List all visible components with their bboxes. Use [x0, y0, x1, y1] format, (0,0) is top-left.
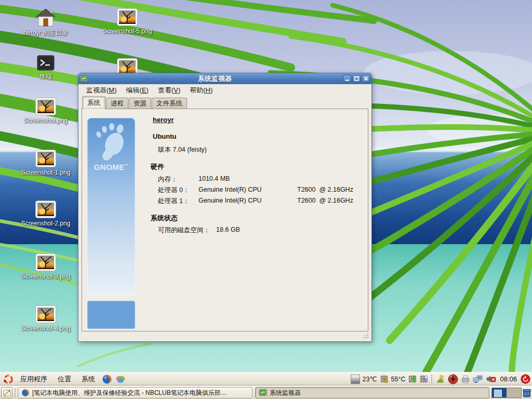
memory-value: 1010.4 MB: [198, 175, 230, 182]
cpu0-model: T2600 @ 2.16GHz: [297, 186, 353, 193]
printer-icon[interactable]: [461, 375, 470, 383]
window-menubar: 监视器(M) 编辑(E) 查看(V) 帮助(H): [79, 84, 371, 96]
icon-label: Screenshot-1.png: [21, 169, 71, 176]
task-title: 系统监视器: [270, 389, 301, 397]
resize-grip[interactable]: [362, 332, 369, 339]
system-monitor-window: 系统监视器 监视器(M) 编辑(E) 查看(V) 帮助(H) 系统 进程 资源 …: [78, 73, 372, 342]
image-thumbnail-icon: [35, 254, 56, 271]
gnome-top-panel: 应用程序 位置 系统 23℃ 55°C: [0, 372, 532, 385]
task-title: [笔记本电脑使用、维护及保修经验交流 - NBCLUB笔记本电脑俱乐部…: [32, 389, 227, 397]
system-menu[interactable]: 系统: [77, 373, 100, 385]
taskbar-handle[interactable]: [14, 388, 17, 397]
firefox-icon: [21, 389, 30, 397]
screen: heroyr 的主目录 Screenshot-5.png 终端 Screensh…: [0, 0, 532, 399]
gnome-foot-icon: [87, 120, 135, 167]
desktop-icon-home[interactable]: heroyr 的主目录: [17, 8, 74, 37]
cpu1-value: Genuine Intel(R) CPU: [198, 197, 262, 204]
icon-label: Screenshot-2.png: [21, 220, 71, 227]
window-icon: [80, 75, 88, 83]
hostname: heroyr: [153, 116, 174, 124]
tab-filesystems[interactable]: 文件系统: [152, 98, 187, 109]
taskbar-item-firefox[interactable]: [笔记本电脑使用、维护及保修经验交流 - NBCLUB笔记本电脑俱乐部…: [18, 387, 252, 398]
tray-handle[interactable]: [431, 375, 433, 384]
cpu0-label: 处理器 0：: [158, 186, 189, 195]
menu-monitor[interactable]: 监视器(M): [82, 85, 122, 96]
notebook-tabs: 系统 进程 资源 文件系统: [82, 97, 368, 109]
hardware-header: 硬件: [151, 162, 164, 171]
update-notifier-icon[interactable]: [436, 375, 445, 384]
cpu0-value: Genuine Intel(R) CPU: [198, 186, 262, 193]
system-status-header: 系统状态: [151, 214, 178, 223]
applications-menu[interactable]: 应用程序: [16, 373, 52, 385]
menu-edit[interactable]: 编辑(E): [122, 85, 153, 96]
workspace-2[interactable]: [507, 388, 521, 397]
icon-label: Screenshot-3.png: [21, 273, 71, 280]
gnome-bottom-panel: [笔记本电脑使用、维护及保修经验交流 - NBCLUB笔记本电脑俱乐部… 系统监…: [0, 385, 532, 399]
desktop-icon-screenshot[interactable]: Screenshot.png: [17, 98, 74, 124]
desktop-icon-screenshot-1[interactable]: Screenshot-1.png: [17, 150, 74, 176]
icon-label: Screenshot.png: [24, 117, 68, 124]
power-manager-icon[interactable]: [448, 374, 458, 384]
distro-release: 版本 7.04 (feisty): [158, 145, 207, 154]
system-monitor-icon: [259, 389, 267, 397]
desktop: heroyr 的主目录 Screenshot-5.png 终端 Screensh…: [0, 0, 532, 372]
menu-help[interactable]: 帮助(H): [185, 85, 217, 96]
desktop-icon-terminal[interactable]: 终端: [17, 55, 74, 81]
taskbar-item-system-monitor[interactable]: 系统监视器: [255, 387, 489, 398]
cpu-frequency-applet-icon[interactable]: [408, 375, 417, 383]
minimize-button[interactable]: [343, 75, 351, 83]
quit-power-button-icon[interactable]: [521, 374, 530, 384]
trash-applet-icon[interactable]: [522, 388, 532, 398]
distro-name: Ubuntu: [153, 132, 176, 140]
workspace-1-active[interactable]: [492, 388, 507, 397]
image-thumbnail-icon: [117, 8, 138, 26]
ambient-temperature-readout[interactable]: 23℃: [363, 375, 377, 383]
places-menu[interactable]: 位置: [53, 373, 76, 385]
image-thumbnail-icon: [35, 98, 56, 115]
memory-label: 内存：: [158, 175, 178, 184]
desktop-icon-screenshot-3[interactable]: Screenshot-3.png: [17, 254, 74, 280]
clock-applet[interactable]: 08:06: [500, 375, 517, 383]
cpu1-model: T2600 @ 2.16GHz: [297, 197, 353, 204]
network-monitor-icon[interactable]: [473, 375, 483, 384]
icon-label: 终端: [39, 72, 52, 81]
tab-resources[interactable]: 资源: [129, 98, 151, 109]
ubuntu-menu-logo-icon[interactable]: [3, 374, 14, 384]
tab-system[interactable]: 系统: [82, 96, 105, 110]
icon-label: heroyr 的主目录: [23, 29, 68, 37]
firefox-launcher-icon[interactable]: [102, 374, 112, 384]
home-icon: [35, 8, 56, 27]
system-tab-page: GNOME™ heroyr Ubuntu 版本 7.04 (feisty) 硬件…: [82, 109, 368, 331]
disk-label: 可用的磁盘空间：: [158, 226, 210, 235]
disk-value: 18.6 GB: [216, 226, 240, 233]
workspace-switcher: [491, 388, 522, 398]
cpu-thermometer-icon[interactable]: [380, 375, 389, 383]
cpu1-label: 处理器 1：: [158, 197, 189, 206]
desktop-icon-screenshot-5[interactable]: Screenshot-5.png: [99, 8, 156, 35]
tab-processes[interactable]: 进程: [106, 98, 128, 109]
window-titlebar[interactable]: 系统监视器: [78, 73, 371, 84]
icon-label: Screenshot-5.png: [103, 28, 152, 35]
icon-label: Screenshot-4.png: [21, 325, 71, 332]
volume-muted-icon[interactable]: [486, 375, 496, 383]
gnome-brand-text: GNOME™: [87, 163, 135, 171]
maximize-button[interactable]: [352, 75, 361, 83]
show-desktop-button[interactable]: [1, 387, 12, 398]
cpu-frequency-applet-2-icon[interactable]: [419, 375, 428, 383]
desktop-icon-screenshot-4[interactable]: Screenshot-4.png: [17, 305, 74, 332]
colorful-app-launcher-icon[interactable]: [115, 374, 126, 384]
image-thumbnail-icon: [35, 305, 56, 323]
close-button[interactable]: [362, 75, 370, 83]
image-thumbnail-icon: [35, 150, 56, 167]
gnome-banner: GNOME™: [87, 118, 135, 296]
banner-footer-block: [87, 301, 135, 329]
desktop-icon-screenshot-2[interactable]: Screenshot-2.png: [17, 201, 74, 227]
terminal-icon: [37, 55, 55, 71]
window-title: 系统监视器: [88, 74, 342, 84]
sensor-graph-applet[interactable]: [351, 375, 360, 384]
image-thumbnail-icon: [35, 201, 56, 218]
workspace-window-thumbnail: [494, 390, 502, 397]
window-statusbar: [79, 330, 371, 341]
cpu-temperature-readout[interactable]: 55°C: [391, 376, 406, 383]
menu-view[interactable]: 查看(V): [153, 85, 185, 96]
